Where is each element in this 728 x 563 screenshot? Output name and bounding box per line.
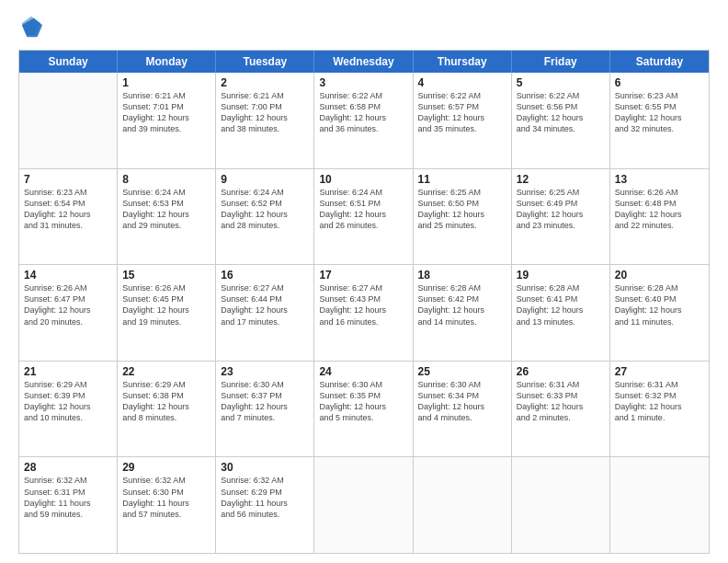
day-number: 16 <box>221 269 309 282</box>
day-info: Sunrise: 6:26 AM Sunset: 6:45 PM Dayligh… <box>122 282 210 327</box>
day-info: Sunrise: 6:23 AM Sunset: 6:55 PM Dayligh… <box>615 90 704 135</box>
day-cell-22: 22Sunrise: 6:29 AM Sunset: 6:38 PM Dayli… <box>118 362 216 457</box>
day-cell-13: 13Sunrise: 6:26 AM Sunset: 6:48 PM Dayli… <box>610 169 709 265</box>
day-info: Sunrise: 6:28 AM Sunset: 6:40 PM Dayligh… <box>615 282 704 327</box>
logo-icon <box>18 15 44 40</box>
day-number: 28 <box>24 461 112 474</box>
day-cell-8: 8Sunrise: 6:24 AM Sunset: 6:53 PM Daylig… <box>118 169 216 265</box>
day-info: Sunrise: 6:31 AM Sunset: 6:32 PM Dayligh… <box>615 379 704 424</box>
day-info: Sunrise: 6:32 AM Sunset: 6:31 PM Dayligh… <box>24 475 112 520</box>
day-info: Sunrise: 6:28 AM Sunset: 6:41 PM Dayligh… <box>517 282 605 327</box>
day-number: 2 <box>221 76 309 89</box>
day-info: Sunrise: 6:30 AM Sunset: 6:34 PM Dayligh… <box>418 379 506 424</box>
day-cell-10: 10Sunrise: 6:24 AM Sunset: 6:51 PM Dayli… <box>314 169 413 265</box>
empty-cell <box>414 457 512 553</box>
day-info: Sunrise: 6:27 AM Sunset: 6:44 PM Dayligh… <box>221 282 309 327</box>
day-number: 29 <box>122 461 210 474</box>
day-info: Sunrise: 6:32 AM Sunset: 6:29 PM Dayligh… <box>221 475 309 520</box>
day-cell-18: 18Sunrise: 6:28 AM Sunset: 6:42 PM Dayli… <box>414 265 512 361</box>
header <box>18 15 710 40</box>
page: SundayMondayTuesdayWednesdayThursdayFrid… <box>0 0 728 563</box>
calendar-week-3: 14Sunrise: 6:26 AM Sunset: 6:47 PM Dayli… <box>19 265 709 362</box>
day-cell-23: 23Sunrise: 6:30 AM Sunset: 6:37 PM Dayli… <box>216 362 314 457</box>
day-cell-5: 5Sunrise: 6:22 AM Sunset: 6:56 PM Daylig… <box>512 73 610 168</box>
header-day-monday: Monday <box>118 51 216 73</box>
calendar-week-4: 21Sunrise: 6:29 AM Sunset: 6:39 PM Dayli… <box>19 362 709 458</box>
day-number: 12 <box>517 173 605 186</box>
day-info: Sunrise: 6:32 AM Sunset: 6:30 PM Dayligh… <box>122 475 210 520</box>
day-number: 17 <box>319 269 407 282</box>
day-info: Sunrise: 6:24 AM Sunset: 6:53 PM Dayligh… <box>122 187 210 232</box>
calendar-body: 1Sunrise: 6:21 AM Sunset: 7:01 PM Daylig… <box>19 73 709 553</box>
empty-cell <box>314 457 413 553</box>
day-number: 8 <box>122 173 210 186</box>
day-info: Sunrise: 6:30 AM Sunset: 6:35 PM Dayligh… <box>319 379 407 424</box>
day-info: Sunrise: 6:24 AM Sunset: 6:51 PM Dayligh… <box>319 187 407 232</box>
day-info: Sunrise: 6:22 AM Sunset: 6:56 PM Dayligh… <box>517 90 605 135</box>
day-cell-7: 7Sunrise: 6:23 AM Sunset: 6:54 PM Daylig… <box>19 169 118 265</box>
day-cell-19: 19Sunrise: 6:28 AM Sunset: 6:41 PM Dayli… <box>512 265 610 361</box>
calendar-week-1: 1Sunrise: 6:21 AM Sunset: 7:01 PM Daylig… <box>19 73 709 169</box>
header-day-thursday: Thursday <box>414 51 512 73</box>
day-cell-27: 27Sunrise: 6:31 AM Sunset: 6:32 PM Dayli… <box>610 362 709 457</box>
header-day-sunday: Sunday <box>19 51 118 73</box>
day-info: Sunrise: 6:26 AM Sunset: 6:48 PM Dayligh… <box>615 187 704 232</box>
day-cell-30: 30Sunrise: 6:32 AM Sunset: 6:29 PM Dayli… <box>216 457 314 553</box>
calendar-week-2: 7Sunrise: 6:23 AM Sunset: 6:54 PM Daylig… <box>19 169 709 266</box>
day-number: 22 <box>122 365 210 378</box>
day-number: 20 <box>615 269 704 282</box>
day-info: Sunrise: 6:27 AM Sunset: 6:43 PM Dayligh… <box>319 282 407 327</box>
day-number: 11 <box>418 173 506 186</box>
day-info: Sunrise: 6:25 AM Sunset: 6:50 PM Dayligh… <box>418 187 506 232</box>
header-day-friday: Friday <box>512 51 610 73</box>
day-cell-14: 14Sunrise: 6:26 AM Sunset: 6:47 PM Dayli… <box>19 265 118 361</box>
day-number: 23 <box>221 365 309 378</box>
empty-cell <box>610 457 709 553</box>
calendar-header-row: SundayMondayTuesdayWednesdayThursdayFrid… <box>19 51 709 73</box>
day-cell-29: 29Sunrise: 6:32 AM Sunset: 6:30 PM Dayli… <box>118 457 216 553</box>
day-number: 25 <box>418 365 506 378</box>
day-info: Sunrise: 6:26 AM Sunset: 6:47 PM Dayligh… <box>24 282 112 327</box>
day-info: Sunrise: 6:21 AM Sunset: 7:00 PM Dayligh… <box>221 90 309 135</box>
day-cell-20: 20Sunrise: 6:28 AM Sunset: 6:40 PM Dayli… <box>610 265 709 361</box>
day-number: 27 <box>615 365 704 378</box>
day-cell-17: 17Sunrise: 6:27 AM Sunset: 6:43 PM Dayli… <box>314 265 413 361</box>
day-number: 5 <box>517 76 605 89</box>
day-number: 4 <box>418 76 506 89</box>
day-cell-24: 24Sunrise: 6:30 AM Sunset: 6:35 PM Dayli… <box>314 362 413 457</box>
day-info: Sunrise: 6:30 AM Sunset: 6:37 PM Dayligh… <box>221 379 309 424</box>
day-cell-15: 15Sunrise: 6:26 AM Sunset: 6:45 PM Dayli… <box>118 265 216 361</box>
day-number: 19 <box>517 269 605 282</box>
calendar-week-5: 28Sunrise: 6:32 AM Sunset: 6:31 PM Dayli… <box>19 457 709 553</box>
day-cell-1: 1Sunrise: 6:21 AM Sunset: 7:01 PM Daylig… <box>118 73 216 168</box>
day-info: Sunrise: 6:28 AM Sunset: 6:42 PM Dayligh… <box>418 282 506 327</box>
day-number: 26 <box>517 365 605 378</box>
day-number: 15 <box>122 269 210 282</box>
calendar: SundayMondayTuesdayWednesdayThursdayFrid… <box>18 50 710 554</box>
day-number: 9 <box>221 173 309 186</box>
day-info: Sunrise: 6:22 AM Sunset: 6:58 PM Dayligh… <box>319 90 407 135</box>
day-cell-12: 12Sunrise: 6:25 AM Sunset: 6:49 PM Dayli… <box>512 169 610 265</box>
day-number: 1 <box>122 76 210 89</box>
day-cell-21: 21Sunrise: 6:29 AM Sunset: 6:39 PM Dayli… <box>19 362 118 457</box>
day-number: 3 <box>319 76 407 89</box>
day-cell-3: 3Sunrise: 6:22 AM Sunset: 6:58 PM Daylig… <box>314 73 413 168</box>
day-number: 6 <box>615 76 704 89</box>
header-day-tuesday: Tuesday <box>216 51 314 73</box>
day-cell-26: 26Sunrise: 6:31 AM Sunset: 6:33 PM Dayli… <box>512 362 610 457</box>
empty-cell <box>512 457 610 553</box>
day-number: 10 <box>319 173 407 186</box>
day-info: Sunrise: 6:21 AM Sunset: 7:01 PM Dayligh… <box>122 90 210 135</box>
day-cell-9: 9Sunrise: 6:24 AM Sunset: 6:52 PM Daylig… <box>216 169 314 265</box>
day-number: 24 <box>319 365 407 378</box>
day-info: Sunrise: 6:29 AM Sunset: 6:38 PM Dayligh… <box>122 379 210 424</box>
day-info: Sunrise: 6:29 AM Sunset: 6:39 PM Dayligh… <box>24 379 112 424</box>
day-cell-25: 25Sunrise: 6:30 AM Sunset: 6:34 PM Dayli… <box>414 362 512 457</box>
day-info: Sunrise: 6:23 AM Sunset: 6:54 PM Dayligh… <box>24 187 112 232</box>
day-info: Sunrise: 6:25 AM Sunset: 6:49 PM Dayligh… <box>517 187 605 232</box>
day-number: 30 <box>221 461 309 474</box>
day-cell-4: 4Sunrise: 6:22 AM Sunset: 6:57 PM Daylig… <box>414 73 512 168</box>
day-cell-16: 16Sunrise: 6:27 AM Sunset: 6:44 PM Dayli… <box>216 265 314 361</box>
header-day-saturday: Saturday <box>610 51 709 73</box>
day-number: 7 <box>24 173 112 186</box>
